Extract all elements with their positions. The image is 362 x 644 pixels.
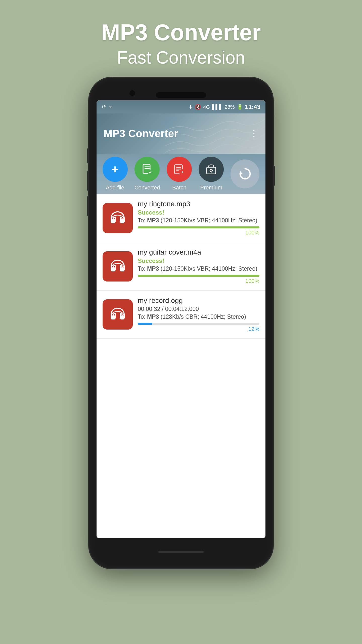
file-thumbnail: [103, 203, 133, 233]
menu-button[interactable]: ⋮: [249, 128, 258, 139]
file-name: my guitar cover.m4a: [138, 248, 259, 256]
add-file-icon: +: [103, 157, 128, 182]
file-thumbnail: [103, 299, 133, 330]
phone-screen: ↺ ∞ ⬇ 🔇 4G ▌▌▌ 28% 🔋 11:43: [97, 100, 265, 538]
svg-rect-16: [111, 267, 115, 271]
svg-text:+: +: [181, 170, 184, 175]
file-format: To: MP3 (120-150Kb/s VBR; 44100Hz; Stere…: [138, 265, 259, 272]
file-name: my record.ogg: [138, 297, 259, 305]
file-thumbnail: [103, 251, 133, 281]
page-title: MP3 Converter: [89, 20, 273, 45]
headphone-icon: [108, 256, 128, 276]
file-item[interactable]: my guitar cover.m4a Success! To: MP3 (12…: [97, 242, 265, 291]
progress-label: 100%: [138, 278, 259, 284]
volume-down-button: [87, 196, 89, 216]
progress-bar-fill: [138, 226, 259, 228]
file-format: To: MP3 (120-150Kb/s VBR; 44100Hz; Stere…: [138, 217, 259, 224]
svg-rect-14: [111, 219, 115, 223]
svg-point-11: [210, 169, 212, 172]
file-list: my ringtone.mp3 Success! To: MP3 (120-15…: [97, 194, 265, 538]
svg-rect-18: [111, 315, 115, 319]
batch-label: Batch: [172, 184, 186, 191]
phone-top: [89, 78, 273, 100]
svg-rect-19: [120, 315, 124, 319]
file-details: my record.ogg 00:00:32 / 00:04:12.000 To…: [138, 297, 259, 332]
add-file-label: Add file: [106, 184, 124, 191]
file-details: my guitar cover.m4a Success! To: MP3 (12…: [138, 248, 259, 284]
status-time: 11:43: [245, 103, 260, 110]
svg-marker-13: [240, 171, 243, 174]
sync-icon: ↺: [102, 104, 106, 110]
file-details: my ringtone.mp3 Success! To: MP3 (120-15…: [138, 200, 259, 236]
speaker: [156, 92, 206, 98]
progress-bar-container: [138, 275, 259, 277]
file-name: my ringtone.mp3: [138, 200, 259, 208]
app-header: MP3 Converter ⋮: [97, 113, 265, 154]
network-type: 4G: [203, 104, 210, 110]
progress-bar-fill: [138, 323, 152, 325]
file-status: Success!: [138, 209, 259, 216]
camera: [129, 90, 135, 96]
svg-rect-17: [120, 267, 124, 271]
phone-bottom: [89, 538, 273, 566]
svg-rect-15: [120, 219, 124, 223]
progress-bar-fill: [138, 275, 259, 277]
battery-icon: 🔋: [237, 104, 243, 110]
page-header: MP3 Converter Fast Conversion: [89, 0, 273, 68]
file-item[interactable]: my ringtone.mp3 Success! To: MP3 (120-15…: [97, 194, 265, 242]
headphone-icon: [108, 304, 128, 325]
file-format: To: MP3 (128Kb/s CBR; 44100Hz; Stereo): [138, 313, 259, 320]
app-title: MP3 Converter: [104, 128, 249, 140]
download-icon: ⬇: [189, 104, 193, 110]
volume-up-button: [87, 171, 89, 191]
converted-icon: [134, 157, 160, 182]
progress-label: 12%: [138, 326, 259, 332]
page-wrapper: MP3 Converter Fast Conversion ↺ ∞ ⬇ �: [89, 0, 273, 568]
status-right: ⬇ 🔇 4G ▌▌▌ 28% 🔋 11:43: [189, 103, 260, 110]
status-left: ↺ ∞: [102, 104, 113, 110]
phone-shell: ↺ ∞ ⬇ 🔇 4G ▌▌▌ 28% 🔋 11:43: [89, 78, 273, 568]
file-time: 00:00:32 / 00:04:12.000: [138, 306, 259, 312]
file-status: Success!: [138, 257, 259, 264]
status-bar: ↺ ∞ ⬇ 🔇 4G ▌▌▌ 28% 🔋 11:43: [97, 100, 265, 113]
premium-button[interactable]: Premium: [199, 157, 224, 191]
page-subtitle: Fast Conversion: [89, 48, 273, 68]
action-row: + Add file Converted: [97, 154, 265, 194]
svg-rect-10: [207, 167, 216, 174]
premium-label: Premium: [200, 184, 222, 191]
power-button: [273, 166, 275, 186]
batch-icon: +: [167, 157, 192, 182]
batch-button[interactable]: + Batch: [167, 157, 192, 191]
progress-bar-container: [138, 323, 259, 325]
premium-icon: [199, 157, 224, 182]
file-item[interactable]: my record.ogg 00:00:32 / 00:04:12.000 To…: [97, 291, 265, 339]
voicemail-icon: ∞: [109, 104, 113, 110]
headphone-icon: [108, 208, 128, 228]
battery-percent: 28%: [225, 104, 235, 110]
mute-icon: 🔇: [195, 104, 201, 110]
progress-label: 100%: [138, 229, 259, 236]
signal-strength: ▌▌▌: [212, 104, 223, 110]
mute-button: [87, 148, 89, 163]
home-bar: [158, 551, 204, 553]
add-file-button[interactable]: + Add file: [103, 157, 128, 191]
progress-bar-container: [138, 226, 259, 228]
converted-label: Converted: [134, 184, 160, 191]
refresh-button[interactable]: [231, 159, 259, 188]
converted-button[interactable]: Converted: [134, 157, 160, 191]
